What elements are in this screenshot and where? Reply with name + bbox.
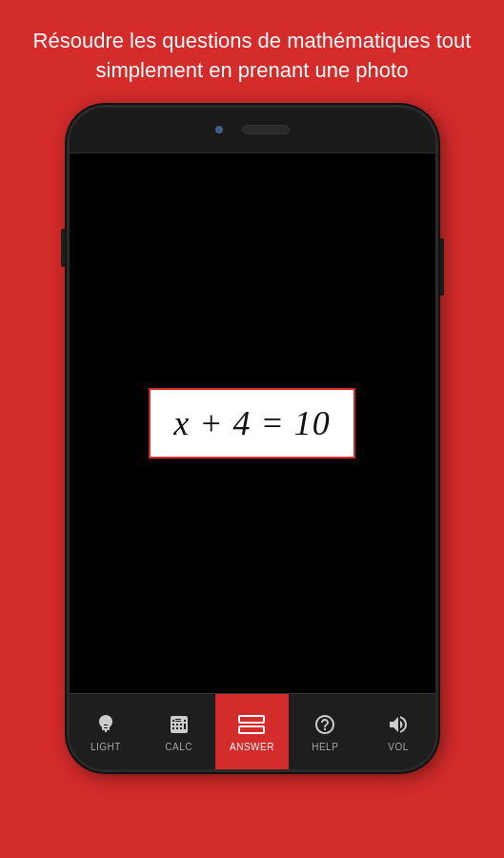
phone-mockup: x + 4 = 10 LIGHT	[67, 105, 438, 772]
phone-top-bar	[70, 108, 435, 153]
nav-label-light: LIGHT	[91, 742, 121, 752]
svg-rect-0	[105, 730, 107, 732]
nav-item-answer[interactable]: ANSWER	[215, 694, 289, 769]
nav-item-help[interactable]: HELP	[289, 694, 362, 769]
svg-rect-2	[239, 726, 264, 733]
phone-screen: x + 4 = 10 LIGHT	[67, 105, 438, 772]
nav-label-vol: VOL	[388, 742, 409, 752]
help-icon	[312, 711, 338, 738]
phone-right-button	[439, 238, 444, 296]
nav-label-help: HELP	[312, 742, 338, 752]
bulb-icon	[92, 711, 119, 738]
camera-dot	[215, 126, 223, 133]
calc-icon	[166, 711, 192, 738]
svg-rect-1	[239, 716, 264, 723]
header-title: Résoudre les questions de mathématiques …	[0, 0, 504, 105]
equation-frame: x + 4 = 10	[149, 388, 355, 459]
camera-view: x + 4 = 10	[70, 153, 435, 693]
bottom-navigation: LIGHT CALC ANSWER	[70, 693, 435, 769]
vol-icon	[385, 711, 412, 738]
nav-item-vol[interactable]: VOL	[362, 694, 435, 769]
phone-left-button	[61, 229, 66, 267]
nav-label-answer: ANSWER	[230, 742, 274, 752]
nav-item-calc[interactable]: CALC	[142, 694, 215, 769]
nav-label-calc: CALC	[165, 742, 192, 752]
answer-icon	[238, 711, 265, 738]
speaker-grill	[242, 125, 290, 134]
nav-item-light[interactable]: LIGHT	[70, 694, 143, 769]
equation-display: x + 4 = 10	[173, 403, 331, 443]
